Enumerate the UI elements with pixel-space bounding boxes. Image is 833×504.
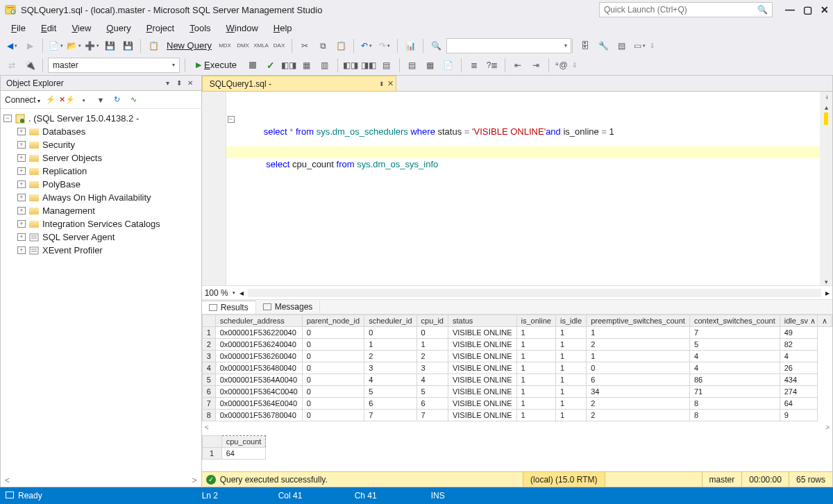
- grid-col-header[interactable]: parent_node_id: [302, 315, 364, 327]
- editor-hscroll[interactable]: [248, 289, 821, 297]
- grid-col-header[interactable]: status: [448, 315, 516, 327]
- maximize-button[interactable]: ▢: [803, 4, 812, 15]
- grid-col-header[interactable]: scheduler_id: [364, 315, 416, 327]
- connect-button[interactable]: Connect: [5, 95, 40, 105]
- expand-icon[interactable]: +: [17, 194, 26, 201]
- mdx-icon[interactable]: MDX: [217, 38, 233, 53]
- zoom-value[interactable]: 100 %: [205, 288, 228, 298]
- menu-project[interactable]: Project: [140, 22, 181, 35]
- expand-icon[interactable]: +: [17, 233, 26, 241]
- undo-icon[interactable]: ↶▾: [359, 38, 374, 53]
- new-query-icon[interactable]: 📋: [146, 38, 161, 53]
- refresh-icon[interactable]: ↻: [111, 94, 124, 106]
- results-to-text-icon[interactable]: ▤: [405, 58, 420, 73]
- grid-hscroll[interactable]: <>: [202, 421, 832, 432]
- tree-node[interactable]: +Replication: [1, 165, 201, 178]
- disconnect-icon[interactable]: ⚡: [44, 94, 57, 106]
- expand-icon[interactable]: +: [17, 141, 26, 149]
- scroll-up-icon[interactable]: ▴: [825, 103, 828, 111]
- grid-col-header[interactable]: is_idle: [555, 315, 586, 327]
- properties-icon[interactable]: ▭▾: [632, 38, 647, 53]
- table-row[interactable]: 10x000001F536220040000VISIBLE ONLINE1117…: [202, 327, 832, 339]
- execute-button[interactable]: ▶ Execute: [190, 58, 242, 73]
- filter-icon[interactable]: ▼: [94, 94, 107, 106]
- stop-button[interactable]: [245, 58, 260, 73]
- dax-icon[interactable]: DAX: [271, 38, 287, 53]
- grid-col-header[interactable]: preemptive_switches_count: [587, 315, 690, 327]
- find-icon[interactable]: 🔍: [428, 38, 444, 53]
- split-icon[interactable]: ⫞: [825, 93, 828, 101]
- panel-close-icon[interactable]: ✕: [185, 79, 196, 87]
- paste-icon[interactable]: 📋: [333, 38, 348, 53]
- disconnect-x-icon[interactable]: ✕⚡: [61, 94, 74, 106]
- specify-values-icon[interactable]: ᵃ@: [554, 58, 569, 73]
- actual-plan-icon[interactable]: ◧◨: [343, 58, 358, 73]
- redo-icon[interactable]: ↷▾: [377, 38, 392, 53]
- menu-help[interactable]: Help: [267, 22, 299, 35]
- zoom-dropdown-icon[interactable]: ▾: [233, 290, 235, 296]
- results-to-file-icon[interactable]: 📄: [441, 58, 456, 73]
- panel-pin-icon[interactable]: ⬍: [174, 79, 185, 87]
- menu-file[interactable]: File: [4, 22, 33, 35]
- grid-col-header[interactable]: cpu_id: [416, 315, 448, 327]
- tree-node[interactable]: +XEvent Profiler: [1, 244, 201, 257]
- cut-icon[interactable]: ✂: [297, 38, 312, 53]
- grid-col-header[interactable]: is_online: [516, 315, 555, 327]
- estimated-plan-icon[interactable]: ◧◨: [281, 58, 296, 73]
- menu-query[interactable]: Query: [99, 22, 137, 35]
- grid-col-header[interactable]: scheduler_address: [215, 315, 302, 327]
- tab-pin-icon[interactable]: ⬍: [379, 81, 385, 87]
- intellisense-icon[interactable]: ▥: [317, 58, 333, 73]
- client-stats-icon[interactable]: ▤: [379, 58, 394, 73]
- results-grid-1[interactable]: scheduler_addressparent_node_idscheduler…: [202, 314, 832, 421]
- save-icon[interactable]: 💾: [102, 38, 117, 53]
- expand-icon[interactable]: +: [17, 207, 26, 215]
- new-query-button[interactable]: New Query: [167, 40, 212, 51]
- expand-icon[interactable]: +: [17, 167, 26, 175]
- object-explorer-scroll[interactable]: <>: [1, 474, 201, 487]
- hscroll-left-icon[interactable]: ◂: [239, 288, 244, 298]
- results-to-grid-icon[interactable]: ▦: [423, 58, 438, 73]
- nav-forward-button[interactable]: ▶: [22, 38, 37, 53]
- tree-node[interactable]: +Security: [1, 138, 201, 151]
- tree-node[interactable]: +Databases: [1, 125, 201, 138]
- editor-body[interactable]: −select * from sys.dm_os_schedulers wher…: [226, 92, 820, 285]
- close-button[interactable]: ✕: [821, 4, 829, 15]
- table-row[interactable]: 20x000001F536240040011VISIBLE ONLINE1125…: [202, 339, 832, 351]
- tree-server-node[interactable]: − . (SQL Server 15.0.4138.2 -: [1, 112, 201, 125]
- copy-icon[interactable]: ⧉: [315, 38, 330, 53]
- minimize-button[interactable]: —: [785, 4, 795, 15]
- save-all-icon[interactable]: 💾: [120, 38, 135, 53]
- table-row[interactable]: 70x000001F5364E0040066VISIBLE ONLINE1128…: [202, 398, 832, 410]
- grid-col-header[interactable]: idle_sv ∧: [780, 315, 817, 327]
- sql-editor[interactable]: −select * from sys.dm_os_schedulers wher…: [202, 91, 832, 285]
- table-row[interactable]: 30x000001F536260040022VISIBLE ONLINE1114…: [202, 351, 832, 362]
- parse-button[interactable]: ✓: [263, 58, 278, 73]
- add-icon[interactable]: ➕▾: [84, 38, 99, 53]
- tab-messages[interactable]: Messages: [256, 301, 321, 313]
- tree-node[interactable]: +Integration Services Catalogs: [1, 217, 201, 230]
- table-row[interactable]: 50x000001F5364A0040044VISIBLE ONLINE1168…: [202, 374, 832, 386]
- menu-tools[interactable]: Tools: [183, 22, 217, 35]
- indent-icon[interactable]: ⇤: [510, 58, 525, 73]
- activity-monitor-icon[interactable]: 📊: [403, 38, 418, 53]
- nav-back-button[interactable]: ◀▾: [4, 38, 19, 53]
- comment-icon[interactable]: ≣: [466, 58, 482, 73]
- query-options-icon[interactable]: ▦: [299, 58, 314, 73]
- menu-view[interactable]: View: [65, 22, 98, 35]
- change-connection-icon[interactable]: ⇄: [4, 58, 19, 73]
- live-stats-icon[interactable]: ◨◧: [361, 58, 376, 73]
- menu-edit[interactable]: Edit: [34, 22, 63, 35]
- xmla-icon[interactable]: XMLA: [253, 38, 269, 53]
- expand-icon[interactable]: +: [17, 154, 26, 162]
- scroll-down-icon[interactable]: ▾: [825, 278, 828, 285]
- uncomment-icon[interactable]: ?≣: [485, 58, 500, 73]
- quick-launch-input[interactable]: Quick Launch (Ctrl+Q) 🔍: [599, 2, 773, 17]
- expand-icon[interactable]: +: [17, 180, 26, 188]
- activity-icon[interactable]: ∿: [128, 94, 140, 106]
- new-project-icon[interactable]: 📄▾: [48, 38, 63, 53]
- table-row[interactable]: 80x000001F536780040077VISIBLE ONLINE1128…: [202, 410, 832, 421]
- outdent-icon[interactable]: ⇥: [528, 58, 544, 73]
- document-tab-sqlquery1[interactable]: SQLQuery1.sql - ⬍ ✕: [202, 76, 396, 91]
- tools-icon[interactable]: 🔧: [596, 38, 611, 53]
